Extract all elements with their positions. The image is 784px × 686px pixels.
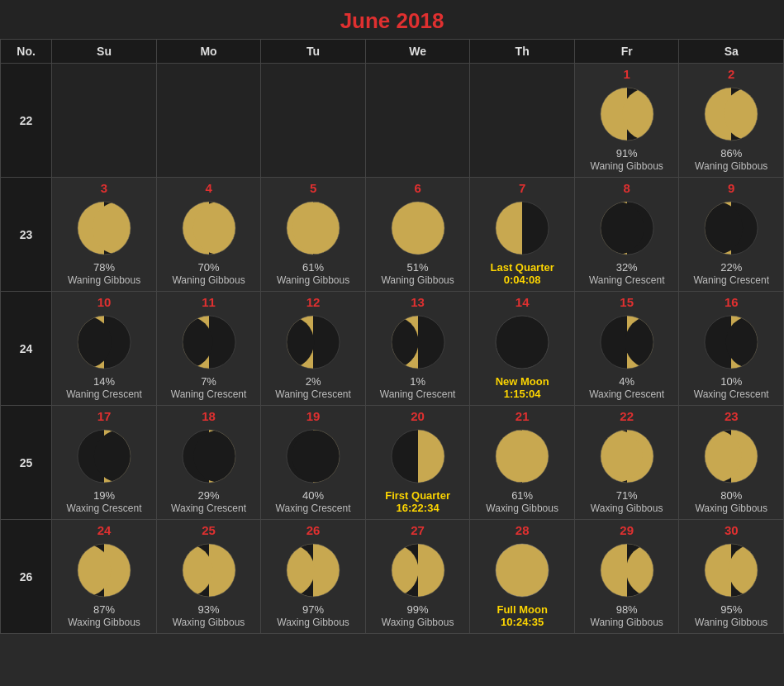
day-number-13: 13 bbox=[368, 295, 468, 309]
moon-pct-11: 7% bbox=[159, 375, 259, 388]
day-cell-29: 29 98%Waning Gibbous bbox=[574, 520, 679, 634]
moon-icon-12 bbox=[283, 312, 343, 372]
header-tu: Tu bbox=[261, 40, 366, 64]
moon-icon-1 bbox=[597, 84, 657, 144]
moon-phase-21: Waxing Gibbous bbox=[472, 503, 573, 514]
header-mo: Mo bbox=[156, 40, 261, 64]
day-cell-empty bbox=[365, 64, 470, 178]
day-cell-19: 19 40%Waxing Crescent bbox=[261, 406, 366, 520]
day-cell-10: 10 14%Waning Crescent bbox=[52, 292, 157, 406]
moon-pct-30: 95% bbox=[681, 603, 782, 616]
moon-phase-6: Waning Gibbous bbox=[368, 274, 468, 286]
moon-icon-2 bbox=[701, 84, 761, 144]
moon-icon-28 bbox=[492, 541, 552, 600]
day-cell-21: 21 61%Waxing Gibbous bbox=[470, 406, 575, 520]
day-number-9: 9 bbox=[681, 181, 782, 195]
week-row-2: 2410 14%Waning Crescent11 7%Waning Cresc… bbox=[1, 292, 784, 406]
moon-pct-26: 97% bbox=[263, 603, 363, 616]
moon-phase-13: Waning Crescent bbox=[368, 388, 468, 400]
moon-pct-5: 61% bbox=[263, 261, 363, 274]
moon-icon-4 bbox=[179, 198, 239, 258]
header-sa: Sa bbox=[679, 40, 784, 64]
day-cell-30: 30 95%Waning Gibbous bbox=[679, 520, 784, 634]
week-row-4: 2624 87%Waxing Gibbous25 93%Waxing Gibbo… bbox=[1, 520, 784, 634]
special-label-20: First Quarter bbox=[368, 489, 468, 502]
moon-icon-8 bbox=[597, 198, 657, 258]
moon-icon-7 bbox=[492, 198, 552, 258]
moon-pct-19: 40% bbox=[263, 489, 363, 502]
day-number-16: 16 bbox=[681, 295, 782, 309]
day-cell-25: 25 93%Waxing Gibbous bbox=[156, 520, 261, 634]
day-number-23: 23 bbox=[681, 409, 782, 423]
moon-phase-23: Waxing Gibbous bbox=[681, 503, 782, 514]
week-no-3: 25 bbox=[1, 406, 52, 520]
moon-pct-16: 10% bbox=[681, 375, 782, 388]
day-number-27: 27 bbox=[368, 523, 468, 537]
svg-rect-32 bbox=[496, 202, 522, 255]
day-cell-22: 22 71%Waxing Gibbous bbox=[574, 406, 679, 520]
week-no-0: 22 bbox=[1, 64, 52, 178]
moon-pct-1: 91% bbox=[577, 147, 677, 160]
day-cell-12: 12 2%Waning Crescent bbox=[261, 292, 366, 406]
moon-icon-21 bbox=[492, 426, 552, 486]
moon-icon-16 bbox=[701, 312, 761, 372]
moon-pct-21: 61% bbox=[472, 489, 573, 502]
day-number-8: 8 bbox=[577, 181, 677, 195]
day-number-19: 19 bbox=[263, 409, 363, 423]
moon-icon-5 bbox=[283, 198, 343, 258]
day-number-2: 2 bbox=[681, 67, 782, 81]
moon-phase-30: Waning Gibbous bbox=[681, 617, 782, 628]
svg-point-88 bbox=[292, 430, 343, 483]
header-fr: Fr bbox=[574, 40, 679, 64]
moon-phase-29: Waning Gibbous bbox=[577, 617, 677, 628]
day-cell-1: 1 91%Waning Gibbous bbox=[574, 64, 679, 178]
day-number-25: 25 bbox=[159, 523, 259, 537]
moon-phase-3: Waning Gibbous bbox=[54, 274, 154, 286]
moon-pct-22: 71% bbox=[577, 489, 677, 502]
moon-icon-6 bbox=[388, 198, 448, 258]
day-number-7: 7 bbox=[472, 181, 573, 195]
special-label-7: Last Quarter bbox=[472, 261, 573, 274]
day-cell-26: 26 97%Waxing Gibbous bbox=[261, 520, 366, 634]
day-cell-3: 3 78%Waning Gibbous bbox=[52, 178, 157, 292]
week-row-1: 233 78%Waning Gibbous4 70%Waning Gibbous… bbox=[1, 178, 784, 292]
day-number-12: 12 bbox=[263, 295, 363, 309]
header-no: No. bbox=[1, 40, 52, 64]
day-cell-15: 15 4%Waxing Crescent bbox=[574, 292, 679, 406]
day-cell-4: 4 70%Waning Gibbous bbox=[156, 178, 261, 292]
day-number-20: 20 bbox=[368, 409, 468, 423]
moon-pct-12: 2% bbox=[263, 375, 363, 388]
day-number-22: 22 bbox=[577, 409, 677, 423]
day-cell-20: 20 First Quarter16:22:34 bbox=[365, 406, 470, 520]
moon-pct-25: 93% bbox=[159, 603, 259, 616]
moon-pct-3: 78% bbox=[54, 261, 154, 274]
day-cell-empty bbox=[470, 64, 575, 178]
moon-icon-24 bbox=[74, 541, 134, 600]
day-cell-11: 11 7%Waning Crescent bbox=[156, 292, 261, 406]
moon-icon-10 bbox=[74, 312, 134, 372]
week-row-3: 2517 19%Waxing Crescent18 29%Waxing Cres… bbox=[1, 406, 784, 520]
moon-phase-25: Waxing Gibbous bbox=[159, 617, 259, 628]
day-cell-empty bbox=[261, 64, 366, 178]
moon-icon-11 bbox=[179, 312, 239, 372]
calendar-table: No. Su Mo Tu We Th Fr Sa 221 91%Waning G… bbox=[0, 39, 784, 634]
moon-pct-4: 70% bbox=[159, 261, 259, 274]
moon-pct-23: 80% bbox=[681, 489, 782, 502]
week-row-0: 221 91%Waning Gibbous2 86%Waning Gibbous bbox=[1, 64, 784, 178]
moon-icon-19 bbox=[283, 426, 343, 486]
moon-icon-18 bbox=[179, 426, 239, 486]
moon-icon-14 bbox=[492, 312, 552, 372]
moon-phase-12: Waning Crescent bbox=[263, 388, 363, 400]
moon-pct-2: 86% bbox=[681, 147, 782, 160]
moon-phase-26: Waxing Gibbous bbox=[263, 617, 363, 628]
moon-phase-1: Waning Gibbous bbox=[577, 160, 677, 172]
moon-phase-9: Waning Crescent bbox=[681, 274, 782, 286]
moon-phase-27: Waxing Gibbous bbox=[368, 617, 468, 628]
moon-phase-2: Waning Gibbous bbox=[681, 160, 782, 172]
day-cell-empty bbox=[156, 64, 261, 178]
moon-pct-27: 99% bbox=[368, 603, 468, 616]
moon-pct-24: 87% bbox=[54, 603, 154, 616]
moon-icon-30 bbox=[701, 541, 761, 600]
moon-icon-22 bbox=[597, 426, 657, 486]
day-cell-5: 5 61%Waning Gibbous bbox=[261, 178, 366, 292]
